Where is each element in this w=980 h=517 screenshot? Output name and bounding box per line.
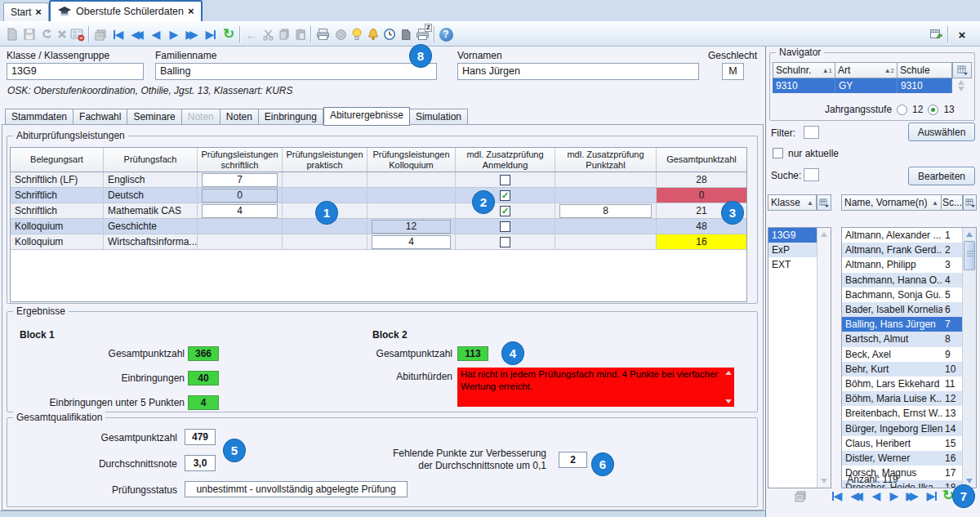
suche-input[interactable] (804, 168, 819, 181)
tab-stammdaten[interactable]: Stammdaten (5, 109, 74, 125)
scroll-down-icon[interactable] (725, 399, 732, 403)
column-select-button[interactable] (963, 194, 977, 211)
column-header[interactable]: Belegungsart (11, 148, 104, 172)
tab-abiturergebnisse[interactable]: Abiturergebnisse (323, 107, 410, 126)
list-item-student[interactable]: Altmann, Frank Gerd...2 (842, 243, 964, 257)
column-select-button[interactable] (952, 62, 972, 78)
tab-einbringung[interactable]: Einbringung (259, 109, 323, 125)
column-header-klasse[interactable]: Klasse▲ (768, 194, 817, 211)
tab-seminare[interactable]: Seminare (127, 109, 181, 125)
list-item-student[interactable]: Beck, Axel9 (842, 347, 964, 362)
window-tab-start[interactable]: Start × (3, 2, 49, 21)
edit-form-icon[interactable] (69, 26, 86, 42)
list-item-student[interactable]: Böhm, Lars Ekkehard11 (842, 377, 964, 391)
list-item-student[interactable]: Claus, Heribert15 (842, 436, 964, 451)
card-view-icon[interactable] (92, 26, 109, 42)
filter-input[interactable] (804, 126, 819, 139)
column-header-schule[interactable]: Schule (898, 62, 952, 78)
list-item-student[interactable]: Bartsch, Almut8 (842, 332, 964, 346)
familienname-field[interactable]: Balling (155, 63, 437, 80)
radio-jahrgang-12[interactable] (897, 105, 907, 115)
geschlecht-field[interactable]: M (722, 63, 744, 80)
bell-icon[interactable] (365, 26, 381, 42)
help-icon[interactable]: ? (438, 26, 454, 42)
undo-icon[interactable] (38, 26, 55, 42)
scroll-up-icon[interactable] (966, 232, 973, 237)
column-header[interactable]: Prüfungsleistungen Kolloquium (368, 148, 456, 172)
school-scrollbar[interactable] (952, 78, 972, 93)
nav-prev-icon[interactable]: ◀ (148, 26, 164, 42)
nav-prev-icon[interactable]: ◀ (867, 488, 885, 504)
table-row[interactable]: Kolloquium Wirtschaftsinforma... 4 16 (11, 234, 746, 250)
delete-icon[interactable] (54, 26, 70, 42)
name-list-scrollbar[interactable] (962, 228, 976, 488)
scroll-down-icon[interactable] (958, 87, 964, 91)
column-header[interactable]: mdl. Zusatzprüfung Anmeldung (456, 148, 555, 172)
nav-first-icon[interactable]: ◀ (110, 26, 127, 42)
column-header[interactable]: Gesamtpunktzahl (657, 148, 746, 172)
list-item-student[interactable]: Bader, Isabell Kornelia6 (842, 302, 964, 317)
list-item-student[interactable]: Bachmann, Hanna O...4 (842, 273, 964, 287)
close-panel-icon[interactable]: × (954, 26, 970, 42)
column-header[interactable]: Prüfungsfach (104, 148, 198, 172)
scrollbar-thumb[interactable] (964, 241, 975, 270)
klasse-scrollbar[interactable] (817, 228, 831, 488)
column-header[interactable]: Prüfungsleistungen schriftlich (198, 148, 283, 172)
column-header[interactable]: Prüfungsleistungen praktisch (283, 148, 368, 172)
column-header-art[interactable]: Art▲2 (835, 62, 898, 78)
schriftlich-input[interactable]: 4 (202, 204, 278, 218)
save-icon[interactable] (21, 26, 38, 42)
nav-next-icon[interactable]: ▶ (885, 488, 903, 504)
column-header[interactable]: mdl. Zusatzprüfung Punktzahl (555, 148, 657, 172)
disc-icon[interactable] (332, 26, 349, 42)
column-select-button[interactable] (817, 194, 831, 211)
tab-fachwahl[interactable]: Fachwahl (74, 109, 127, 125)
close-icon[interactable]: × (188, 7, 194, 16)
kolloquium-input[interactable]: 12 (372, 220, 451, 234)
school-row[interactable]: 9310 GY 9310 (773, 78, 972, 93)
document-icon[interactable] (398, 26, 414, 42)
vornamen-field[interactable]: Hans Jürgen (457, 63, 699, 80)
table-row[interactable]: Schriftlich (LF) Englisch 7 28 (11, 172, 746, 188)
refresh-icon[interactable]: ↻ (220, 26, 237, 42)
nav-last-icon[interactable]: ▶ (203, 26, 219, 42)
anmeldung-checkbox[interactable] (500, 175, 510, 185)
list-item-student-selected[interactable]: Balling, Hans Jürgen7 (842, 317, 964, 332)
detach-window-icon[interactable] (929, 26, 945, 42)
tab-noten[interactable]: Noten (220, 109, 259, 125)
close-icon[interactable]: × (35, 8, 42, 16)
schriftlich-input[interactable]: 7 (202, 173, 278, 187)
anmeldung-checkbox[interactable] (500, 237, 510, 247)
list-item-student[interactable]: Bachmann, Sonja Gu...5 (842, 287, 964, 302)
list-item-student[interactable]: Distler, Werner16 (842, 451, 964, 466)
list-item-student[interactable]: Altmann, Philipp3 (842, 257, 964, 272)
clock-icon[interactable] (381, 26, 398, 42)
paste-icon[interactable] (292, 26, 309, 42)
window-tab-oberstufe[interactable]: Oberstufe Schülerdaten × (49, 0, 203, 21)
anmeldung-checkbox[interactable]: ✓ (500, 190, 510, 201)
nav-fast-prev-icon[interactable]: ◀◀ (129, 26, 145, 42)
print-report-icon[interactable]: Z (414, 26, 430, 42)
abiturhuerden-scrollbar[interactable] (724, 368, 733, 406)
list-item-klasse[interactable]: EXT (768, 257, 817, 272)
table-row[interactable]: Schriftlich Deutsch 0 ✓ 0 (11, 188, 746, 203)
list-item-student[interactable]: Behr, Kurt10 (842, 362, 964, 377)
auswaehlen-button[interactable]: Auswählen (908, 123, 975, 141)
nav-fast-next-icon[interactable]: ▶▶ (903, 488, 921, 504)
anmeldung-checkbox[interactable] (500, 221, 510, 232)
nav-last-icon[interactable]: ▶ (923, 488, 941, 504)
nav-next-icon[interactable]: ▶ (166, 26, 182, 42)
cut-icon[interactable] (260, 26, 276, 42)
kolloquium-input[interactable]: 4 (372, 235, 451, 249)
list-item-klasse[interactable]: 13G9 (768, 228, 817, 243)
scroll-up-icon[interactable] (958, 80, 964, 85)
copy-icon[interactable] (276, 26, 292, 42)
nav-first-icon[interactable]: ◀ (828, 488, 846, 504)
tab-simulation[interactable]: Simulation (410, 109, 468, 125)
schriftlich-input[interactable]: 0 (202, 189, 278, 203)
list-item-student[interactable]: Altmann, Alexander ...1 (842, 228, 964, 243)
back-arrow-icon[interactable]: ← (243, 26, 260, 42)
hint-lightbulb-icon[interactable] (349, 26, 365, 42)
radio-jahrgang-13[interactable] (928, 105, 938, 115)
print-icon[interactable] (314, 26, 331, 42)
